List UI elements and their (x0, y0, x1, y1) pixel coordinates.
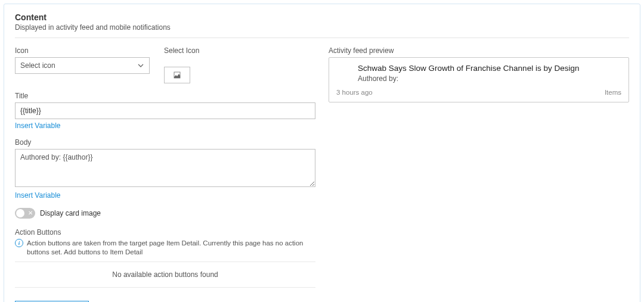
select-icon-label: Select Icon (164, 46, 199, 55)
content-panel: Content Displayed in activity feed and m… (4, 4, 640, 302)
info-icon: i (15, 239, 23, 247)
activity-feed-preview-card: Schwab Says Slow Growth of Franchise Cha… (329, 57, 629, 102)
no-action-buttons-text: No available action buttons found (15, 267, 315, 282)
body-textarea[interactable] (15, 149, 315, 187)
display-card-image-label: Display card image (40, 209, 101, 217)
action-buttons-label: Action Buttons (15, 228, 315, 236)
body-insert-variable-link[interactable]: Insert Variable (15, 191, 60, 200)
preview-title: Schwab Says Slow Growth of Franchise Cha… (358, 64, 621, 73)
preview-body: Authored by: (358, 74, 621, 83)
divider (15, 38, 629, 38)
thin-divider-top (15, 261, 315, 262)
toggle-off-icon: ✕ (28, 209, 33, 217)
preview-label: Activity feed preview (329, 46, 629, 55)
chevron-down-icon (137, 62, 144, 69)
panel-subtitle: Displayed in activity feed and mobile no… (15, 23, 629, 32)
thin-divider-bottom (15, 287, 315, 288)
left-column: Icon Select icon Select Icon (15, 46, 315, 302)
icon-label: Icon (15, 46, 150, 55)
panel-title: Content (15, 13, 629, 22)
right-column: Activity feed preview Schwab Says Slow G… (329, 46, 629, 302)
icon-select-placeholder: Select icon (20, 61, 55, 70)
icon-preview-box[interactable] (164, 67, 190, 83)
action-buttons-info-text: Action buttons are taken from the target… (27, 239, 315, 257)
preview-category: Items (605, 89, 621, 96)
display-card-image-toggle[interactable]: ✕ (15, 208, 35, 219)
image-placeholder-icon (174, 71, 181, 79)
title-label: Title (15, 92, 315, 100)
title-input[interactable] (15, 102, 315, 119)
title-insert-variable-link[interactable]: Insert Variable (15, 122, 60, 130)
body-label: Body (15, 138, 315, 147)
icon-select[interactable]: Select icon (15, 57, 150, 74)
preview-timestamp: 3 hours ago (336, 89, 373, 96)
